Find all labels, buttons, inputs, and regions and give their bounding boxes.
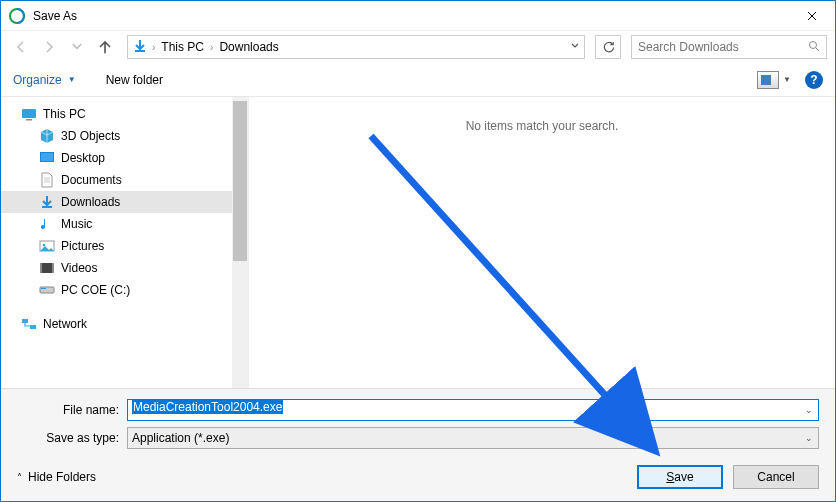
svg-point-7: [43, 244, 46, 247]
music-icon: [39, 216, 55, 232]
tree-label: This PC: [43, 107, 86, 121]
up-button[interactable]: [93, 35, 117, 59]
tree-label: 3D Objects: [61, 129, 120, 143]
chevron-right-icon: ›: [210, 42, 213, 53]
dropdown-icon[interactable]: ⌄: [805, 405, 813, 415]
cancel-button[interactable]: Cancel: [733, 465, 819, 489]
document-icon: [39, 172, 55, 188]
filename-value: MediaCreationTool2004.exe: [132, 400, 283, 414]
help-button[interactable]: ?: [805, 71, 823, 89]
search-input[interactable]: [638, 40, 808, 54]
tree-this-pc[interactable]: This PC: [1, 103, 248, 125]
svg-rect-8: [40, 263, 54, 273]
organize-label: Organize: [13, 73, 62, 87]
pc-icon: [21, 106, 37, 122]
tree-label: Documents: [61, 173, 122, 187]
close-button[interactable]: [789, 1, 835, 31]
nav-row: › This PC › Downloads: [1, 31, 835, 63]
type-label: Save as type:: [17, 431, 127, 445]
tree-downloads[interactable]: Downloads: [1, 191, 248, 213]
tree-drive-c[interactable]: PC COE (C:): [1, 279, 248, 301]
file-list: No items match your search.: [249, 97, 835, 388]
organize-menu[interactable]: Organize ▼: [13, 73, 76, 87]
svg-rect-3: [26, 119, 32, 121]
breadcrumb-root[interactable]: This PC: [159, 40, 206, 54]
tree-label: Pictures: [61, 239, 104, 253]
save-as-dialog: Save As › This PC › Downloads Organize ▼…: [0, 0, 836, 502]
type-value: Application (*.exe): [132, 431, 229, 445]
view-icon: [757, 71, 779, 89]
tree-music[interactable]: Music: [1, 213, 248, 235]
tree-network[interactable]: Network: [1, 313, 248, 335]
body: This PC 3D Objects Desktop Documents Dow…: [1, 97, 835, 388]
chevron-right-icon: ›: [152, 42, 155, 53]
tree-desktop[interactable]: Desktop: [1, 147, 248, 169]
scroll-thumb[interactable]: [233, 101, 247, 261]
drive-icon: [39, 282, 55, 298]
breadcrumb-current[interactable]: Downloads: [217, 40, 280, 54]
svg-rect-11: [40, 287, 54, 293]
desktop-icon: [39, 150, 55, 166]
app-icon: [9, 8, 25, 24]
toolbar: Organize ▼ New folder ▼ ?: [1, 63, 835, 97]
tree-label: Downloads: [61, 195, 120, 209]
filename-input[interactable]: MediaCreationTool2004.exe: [127, 399, 819, 421]
downloads-icon: [132, 38, 148, 57]
tree-label: Music: [61, 217, 92, 231]
video-icon: [39, 260, 55, 276]
chevron-up-icon: ˄: [17, 472, 22, 483]
save-suffix: ave: [674, 470, 693, 484]
tree-label: PC COE (C:): [61, 283, 130, 297]
address-dropdown[interactable]: [570, 40, 580, 54]
svg-point-1: [810, 41, 817, 48]
tree-pictures[interactable]: Pictures: [1, 235, 248, 257]
forward-button[interactable]: [37, 35, 61, 59]
filename-label: File name:: [17, 403, 127, 417]
svg-rect-12: [41, 288, 46, 289]
svg-rect-9: [40, 263, 42, 273]
svg-rect-13: [22, 319, 28, 323]
dropdown-icon[interactable]: ⌄: [805, 433, 813, 443]
tree-scrollbar[interactable]: [232, 97, 248, 388]
tree-label: Network: [43, 317, 87, 331]
new-folder-button[interactable]: New folder: [106, 73, 163, 87]
nav-tree: This PC 3D Objects Desktop Documents Dow…: [1, 97, 249, 388]
hide-folders-label: Hide Folders: [28, 470, 96, 484]
tree-label: Videos: [61, 261, 97, 275]
search-icon: [808, 40, 820, 55]
save-button[interactable]: Save: [637, 465, 723, 489]
svg-rect-5: [41, 153, 53, 161]
view-menu[interactable]: ▼: [757, 71, 791, 89]
tree-3d-objects[interactable]: 3D Objects: [1, 125, 248, 147]
download-icon: [39, 194, 55, 210]
tree-videos[interactable]: Videos: [1, 257, 248, 279]
svg-rect-2: [22, 109, 36, 118]
hide-folders-toggle[interactable]: ˄ Hide Folders: [17, 470, 96, 484]
recent-dropdown[interactable]: [65, 35, 89, 59]
tree-label: Desktop: [61, 151, 105, 165]
picture-icon: [39, 238, 55, 254]
refresh-button[interactable]: [595, 35, 621, 59]
titlebar: Save As: [1, 1, 835, 31]
tree-documents[interactable]: Documents: [1, 169, 248, 191]
empty-message: No items match your search.: [466, 119, 619, 133]
search-box[interactable]: [631, 35, 827, 59]
dropdown-icon: ▼: [783, 75, 791, 84]
network-icon: [21, 316, 37, 332]
svg-rect-10: [52, 263, 54, 273]
footer: File name: MediaCreationTool2004.exe ⌄ S…: [1, 388, 835, 501]
cube-icon: [39, 128, 55, 144]
window-title: Save As: [33, 9, 77, 23]
back-button[interactable]: [9, 35, 33, 59]
type-select[interactable]: Application (*.exe): [127, 427, 819, 449]
address-bar[interactable]: › This PC › Downloads: [127, 35, 585, 59]
dropdown-icon: ▼: [68, 75, 76, 84]
